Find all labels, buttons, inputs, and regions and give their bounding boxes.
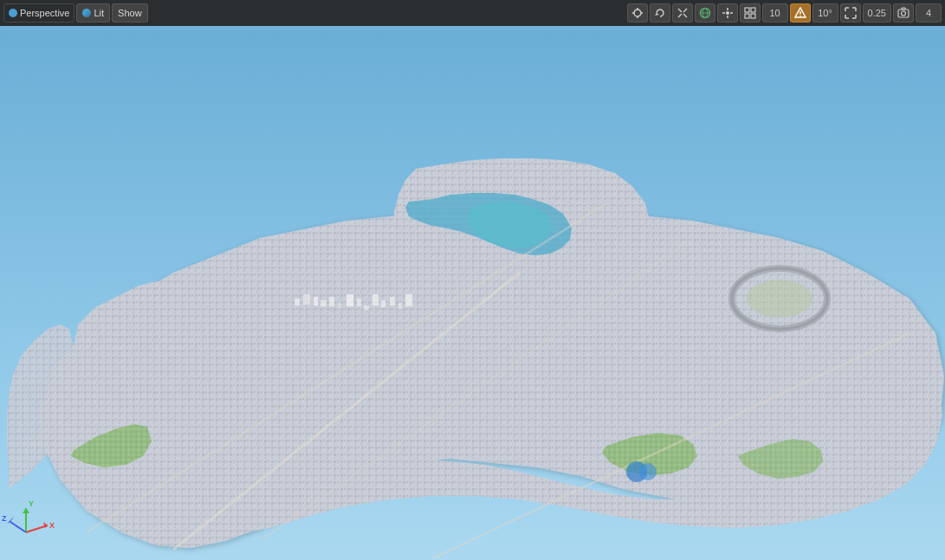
show-button[interactable]: Show bbox=[112, 3, 148, 23]
scale-icon[interactable] bbox=[672, 3, 693, 23]
svg-text:Z: Z bbox=[2, 514, 7, 523]
toolbar: Perspective Lit Show bbox=[0, 0, 945, 26]
svg-rect-39 bbox=[381, 300, 385, 307]
perspective-icon bbox=[9, 9, 17, 17]
perspective-button[interactable]: Perspective bbox=[3, 3, 74, 23]
camera-value[interactable]: 4 bbox=[916, 3, 942, 23]
viewport-3d[interactable]: X Y Z Perspective Lit Show bbox=[0, 0, 945, 560]
show-label: Show bbox=[118, 8, 142, 18]
grid-icon[interactable] bbox=[740, 3, 761, 23]
svg-rect-87 bbox=[898, 10, 909, 17]
svg-point-67 bbox=[726, 11, 729, 15]
grid-value[interactable]: 10 bbox=[762, 3, 788, 23]
toolbar-right: 10 10° 0.25 4 bbox=[627, 3, 942, 23]
rotate-icon[interactable] bbox=[650, 3, 670, 23]
lit-label: Lit bbox=[94, 8, 104, 18]
svg-rect-73 bbox=[751, 8, 755, 12]
svg-marker-89 bbox=[902, 8, 905, 10]
svg-marker-59 bbox=[655, 13, 659, 16]
svg-rect-72 bbox=[745, 8, 749, 12]
svg-text:X: X bbox=[49, 521, 55, 530]
svg-point-78 bbox=[799, 16, 801, 17]
svg-line-63 bbox=[683, 14, 687, 17]
svg-point-23 bbox=[747, 280, 812, 318]
svg-rect-40 bbox=[390, 297, 395, 306]
svg-rect-29 bbox=[295, 299, 300, 306]
svg-line-61 bbox=[683, 9, 687, 12]
svg-rect-34 bbox=[338, 303, 341, 308]
svg-rect-33 bbox=[329, 297, 334, 306]
svg-rect-36 bbox=[357, 299, 361, 306]
svg-rect-32 bbox=[320, 300, 327, 306]
svg-text:Y: Y bbox=[29, 499, 34, 508]
lit-button[interactable]: Lit bbox=[76, 3, 110, 23]
svg-rect-37 bbox=[364, 306, 369, 310]
svg-point-88 bbox=[902, 11, 906, 16]
svg-rect-35 bbox=[346, 294, 353, 306]
scale-value[interactable]: 0.25 bbox=[863, 3, 891, 23]
globe-icon[interactable] bbox=[695, 3, 715, 23]
svg-rect-31 bbox=[314, 297, 318, 306]
svg-rect-41 bbox=[398, 303, 402, 309]
svg-rect-75 bbox=[751, 14, 755, 18]
svg-line-62 bbox=[678, 14, 682, 17]
svg-rect-30 bbox=[303, 294, 310, 305]
snap-icon[interactable] bbox=[717, 3, 738, 23]
transform-icon[interactable] bbox=[627, 3, 648, 23]
city-map-render: X Y Z bbox=[0, 30, 945, 560]
lit-icon bbox=[82, 9, 91, 17]
expand-icon[interactable] bbox=[840, 3, 861, 23]
perspective-label: Perspective bbox=[20, 8, 69, 18]
svg-line-60 bbox=[678, 9, 682, 12]
svg-rect-74 bbox=[745, 14, 749, 18]
svg-rect-42 bbox=[405, 294, 412, 306]
svg-point-54 bbox=[634, 10, 641, 16]
toolbar-left: Perspective Lit Show bbox=[3, 3, 148, 23]
svg-point-44 bbox=[639, 463, 657, 480]
angle-value[interactable]: 10° bbox=[812, 3, 838, 23]
warning-icon[interactable] bbox=[790, 3, 811, 23]
camera-icon[interactable] bbox=[893, 3, 914, 23]
svg-rect-38 bbox=[372, 294, 379, 306]
